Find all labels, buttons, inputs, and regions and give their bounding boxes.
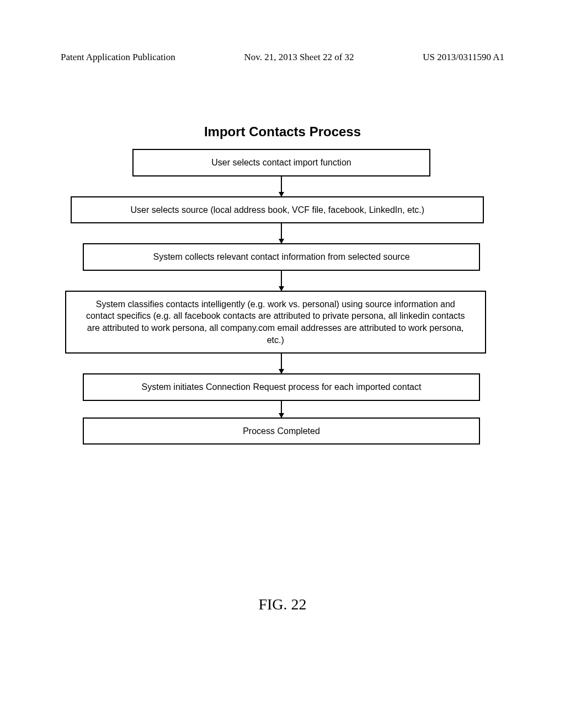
arrow-icon bbox=[281, 354, 282, 373]
flow-step-2: User selects source (local address book,… bbox=[71, 196, 484, 224]
header-publication-number: US 2013/0311590 A1 bbox=[423, 52, 504, 63]
header-date-sheet: Nov. 21, 2013 Sheet 22 of 32 bbox=[244, 52, 354, 63]
figure-label: FIG. 22 bbox=[0, 596, 565, 613]
arrow-icon bbox=[281, 176, 282, 196]
flow-step-4: System classifies contacts intelligently… bbox=[65, 291, 486, 354]
flow-step-5: System initiates Connection Request proc… bbox=[83, 373, 480, 401]
arrow-icon bbox=[281, 401, 282, 417]
arrow-icon bbox=[281, 223, 282, 243]
patent-header: Patent Application Publication Nov. 21, … bbox=[61, 52, 504, 63]
arrow-icon bbox=[281, 271, 282, 291]
flow-step-3: System collects relevant contact informa… bbox=[83, 243, 480, 271]
header-publication-type: Patent Application Publication bbox=[61, 52, 175, 63]
flowchart-container: User selects contact import function Use… bbox=[83, 149, 480, 445]
flow-step-6: Process Completed bbox=[83, 417, 480, 445]
flow-step-1: User selects contact import function bbox=[132, 149, 430, 176]
diagram-title: Import Contacts Process bbox=[0, 124, 565, 140]
